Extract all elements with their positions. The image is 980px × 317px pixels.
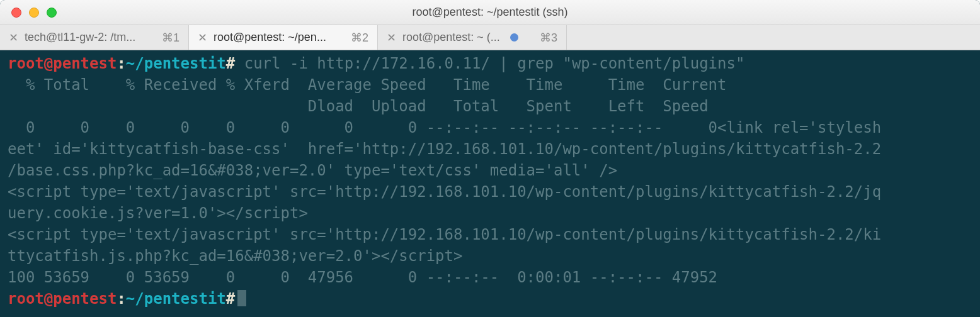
terminal-window: root@pentest: ~/pentestit (ssh) ✕ tech@t…: [0, 0, 980, 317]
tab-shortcut: ⌘3: [540, 31, 557, 45]
tab-label: tech@tl11-gw-2: /tm...: [25, 31, 135, 44]
window-title: root@pentest: ~/pentestit (ssh): [0, 6, 980, 19]
output-line: eet' id='kittycatfish-base-css' href='ht…: [8, 138, 972, 160]
prompt-path: ~/pentestit: [126, 55, 226, 72]
prompt-user: root@pentest: [8, 290, 117, 308]
titlebar: root@pentest: ~/pentestit (ssh): [0, 0, 980, 25]
output-line: /base.css.php?kc_ad=16&#038;ver=2.0' typ…: [8, 160, 972, 181]
traffic-lights: [0, 8, 57, 18]
prompt-line: root@pentest:~/pentestit# curl -i http:/…: [8, 53, 972, 74]
prompt-path: ~/pentestit: [126, 290, 226, 308]
minimize-icon[interactable]: [29, 8, 39, 18]
prompt-space: [235, 55, 244, 72]
prompt-line: root@pentest:~/pentestit#: [8, 288, 972, 309]
output-line: <script type='text/javascript' src='http…: [8, 224, 972, 245]
prompt-user: root@pentest: [8, 55, 117, 72]
output-line: uery.cookie.js?ver=1.0'></script>: [8, 203, 972, 224]
output-line: % Total % Received % Xferd Average Speed…: [8, 74, 972, 96]
prompt-sep: :: [117, 55, 125, 72]
tab-3[interactable]: ✕ root@pentest: ~ (... ⌘3: [378, 25, 567, 50]
prompt-hash: #: [226, 290, 235, 308]
output-line: 100 53659 0 53659 0 0 47956 0 --:--:-- 0…: [8, 267, 972, 288]
terminal-content[interactable]: root@pentest:~/pentestit# curl -i http:/…: [0, 50, 980, 317]
tab-2[interactable]: ✕ root@pentest: ~/pen... ⌘2: [189, 25, 378, 50]
prompt-sep: :: [117, 290, 125, 308]
close-tab-icon[interactable]: ✕: [9, 32, 18, 43]
tab-label: root@pentest: ~/pen...: [214, 31, 326, 44]
command-text: curl -i http://172.16.0.11/ | grep "wp-c…: [244, 55, 745, 72]
cursor: [237, 290, 246, 306]
prompt-hash: #: [226, 55, 235, 72]
close-icon[interactable]: [11, 8, 21, 18]
tab-label: root@pentest: ~ (...: [402, 31, 500, 44]
zoom-icon[interactable]: [47, 8, 57, 18]
tab-bar: ✕ tech@tl11-gw-2: /tm... ⌘1 ✕ root@pente…: [0, 25, 980, 50]
output-line: ttycatfish.js.php?kc_ad=16&#038;ver=2.0'…: [8, 245, 972, 267]
modified-dot-icon: [510, 33, 518, 42]
close-tab-icon[interactable]: ✕: [198, 32, 207, 43]
output-line: Dload Upload Total Spent Left Speed: [8, 96, 972, 117]
output-line: 0 0 0 0 0 0 0 0 --:--:-- --:--:-- --:--:…: [8, 117, 972, 138]
close-tab-icon[interactable]: ✕: [387, 32, 396, 43]
output-line: <script type='text/javascript' src='http…: [8, 181, 972, 203]
tab-shortcut: ⌘2: [351, 31, 368, 45]
tab-1[interactable]: ✕ tech@tl11-gw-2: /tm... ⌘1: [0, 25, 189, 50]
tab-shortcut: ⌘1: [162, 31, 179, 45]
